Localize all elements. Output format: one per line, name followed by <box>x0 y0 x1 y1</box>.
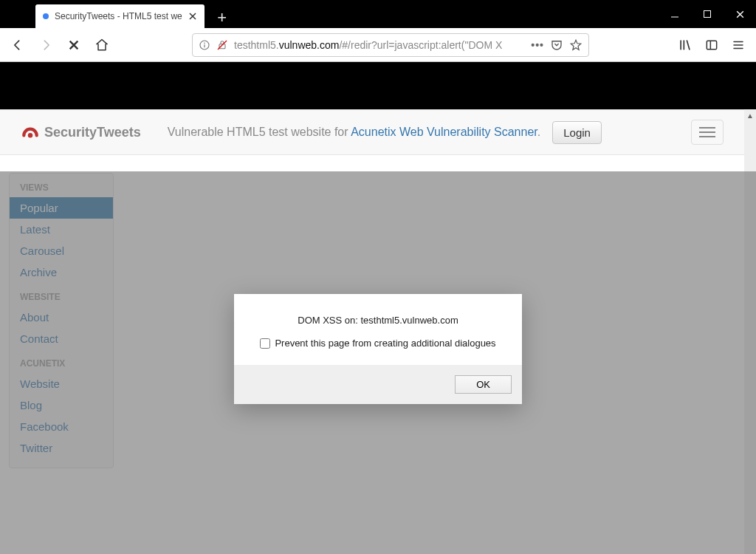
url-text: testhtml5.vulnweb.com/#/redir?url=javasc… <box>234 39 525 51</box>
browser-tab[interactable]: SecurityTweets - HTML5 test we <box>35 4 205 28</box>
login-button[interactable]: Login <box>552 121 602 144</box>
site-navbar: SecurityTweets Vulnerable HTML5 test web… <box>0 109 744 155</box>
url-bar[interactable]: testhtml5.vulnweb.com/#/redir?url=javasc… <box>192 33 589 57</box>
prevent-dialogs-label: Prevent this page from creating addition… <box>275 338 495 349</box>
scroll-up-icon[interactable]: ▲ <box>744 109 756 121</box>
loading-indicator-icon <box>43 13 49 19</box>
pocket-icon[interactable] <box>550 38 563 52</box>
prevent-dialogs-checkbox[interactable] <box>260 338 270 349</box>
brand-text: SecurityTweets <box>44 125 141 140</box>
stop-reload-button[interactable] <box>62 33 86 57</box>
site-tagline: Vulnerable HTML5 test website for Acunet… <box>168 126 540 139</box>
site-brand[interactable]: SecurityTweets <box>21 123 141 142</box>
back-button[interactable] <box>6 33 30 57</box>
minimize-button[interactable] <box>659 0 691 28</box>
window-close-button[interactable] <box>724 0 756 28</box>
nav-toggle-button[interactable] <box>691 120 724 145</box>
svg-point-2 <box>204 42 205 44</box>
bookmark-star-icon[interactable] <box>569 38 583 52</box>
app-menu-button[interactable] <box>726 33 750 57</box>
svg-rect-0 <box>704 11 711 18</box>
library-button[interactable] <box>673 33 697 57</box>
window-titlebar: SecurityTweets - HTML5 test we + <box>0 0 756 28</box>
prevent-dialogs-option[interactable]: Prevent this page from creating addition… <box>250 338 506 349</box>
svg-rect-4 <box>707 41 716 49</box>
brand-logo-icon <box>21 123 40 142</box>
new-tab-button[interactable]: + <box>212 7 233 28</box>
insecure-connection-icon[interactable] <box>216 39 228 51</box>
scanner-link[interactable]: Acunetix Web Vulnerability Scanner <box>351 126 537 138</box>
viewport: SecurityTweets Vulnerable HTML5 test web… <box>0 109 756 554</box>
browser-toolbar: testhtml5.vulnweb.com/#/redir?url=javasc… <box>0 28 756 62</box>
alert-message: DOM XSS on: testhtml5.vulnweb.com <box>250 315 506 326</box>
home-button[interactable] <box>90 33 114 57</box>
maximize-button[interactable] <box>691 0 724 28</box>
site-info-icon[interactable] <box>199 39 210 51</box>
close-tab-icon[interactable] <box>188 12 197 21</box>
window-controls <box>659 0 756 28</box>
sidebar-toggle-button[interactable] <box>700 33 724 57</box>
forward-button[interactable] <box>34 33 58 57</box>
svg-point-5 <box>28 133 33 138</box>
page-actions-icon[interactable]: ••• <box>531 39 544 51</box>
javascript-alert-dialog: DOM XSS on: testhtml5.vulnweb.com Preven… <box>234 294 522 404</box>
tab-title: SecurityTweets - HTML5 test we <box>55 11 182 21</box>
alert-ok-button[interactable]: OK <box>455 375 512 394</box>
